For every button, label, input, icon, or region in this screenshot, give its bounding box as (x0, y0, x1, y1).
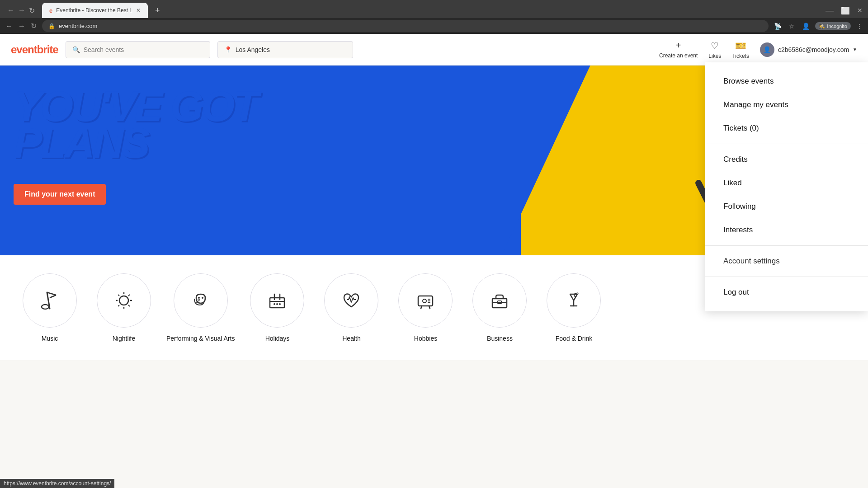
category-hobbies[interactable]: Hobbies (394, 273, 457, 342)
svg-point-37 (274, 303, 275, 305)
search-icon: 🔍 (72, 46, 80, 53)
tab-close-btn[interactable]: ✕ (136, 7, 141, 14)
dropdown-divider-3 (705, 277, 868, 277)
find-event-btn[interactable]: Find your next event (14, 184, 106, 205)
category-nightlife[interactable]: Nightlife (92, 273, 156, 342)
category-holidays-label: Holidays (265, 335, 290, 342)
user-avatar: 👤 (760, 42, 774, 57)
dropdown-liked[interactable]: Liked (705, 171, 868, 195)
lock-icon: 🔒 (48, 23, 55, 29)
svg-line-27 (118, 295, 119, 296)
svg-point-43 (423, 299, 426, 303)
url-text: eventbrite.com (59, 23, 97, 29)
svg-point-22 (119, 296, 128, 305)
likes-icon: ♡ (711, 40, 719, 51)
dropdown-interests[interactable]: Interests (705, 218, 868, 242)
browser-back-btn[interactable]: ← (5, 5, 16, 16)
nav-refresh-btn[interactable]: ↻ (29, 20, 38, 32)
dropdown-logout[interactable]: Log out (705, 281, 868, 304)
dropdown-divider-1 (705, 144, 868, 144)
profile-btn[interactable]: 👤 (800, 21, 811, 32)
category-health[interactable]: Health (320, 273, 383, 342)
user-menu-chevron: ▼ (853, 47, 857, 52)
tickets-icon: 🎫 (735, 40, 746, 51)
category-music[interactable]: Music (18, 273, 81, 342)
create-icon: + (676, 40, 681, 51)
incognito-label: Incognito (827, 23, 847, 29)
tab-title: Eventbrite - Discover the Best L (56, 7, 132, 14)
browser-refresh-btn[interactable]: ↻ (27, 5, 37, 17)
dropdown-account-settings[interactable]: Account settings (705, 249, 868, 273)
maximize-btn[interactable]: ⬜ (839, 5, 852, 17)
dropdown-tickets[interactable]: Tickets (0) (705, 117, 868, 140)
eb-header: eventbrite 🔍 📍 Los Angeles + Create an e… (0, 34, 868, 66)
new-tab-btn[interactable]: + (151, 4, 164, 17)
nav-back-btn[interactable]: ← (4, 20, 14, 32)
incognito-icon: 🕵️ (819, 23, 825, 29)
minimize-btn[interactable]: — (824, 4, 835, 17)
category-performing-arts-icon-circle (174, 273, 228, 328)
category-music-icon-circle (23, 273, 77, 328)
svg-rect-33 (270, 298, 284, 308)
svg-point-52 (574, 294, 577, 296)
category-food-drink-label: Food & Drink (556, 335, 593, 342)
category-health-label: Health (342, 335, 360, 342)
category-food-drink-icon-circle (547, 273, 601, 328)
cast-btn[interactable]: 📡 (772, 21, 783, 32)
address-bar[interactable]: 🔒 eventbrite.com (42, 20, 769, 32)
nav-forward-btn[interactable]: → (16, 20, 27, 32)
search-input[interactable] (84, 46, 203, 53)
category-health-icon-circle (324, 273, 378, 328)
likes-action[interactable]: ♡ Likes (708, 40, 721, 59)
logo-text: eventbrite (11, 43, 58, 56)
tab-favicon: e (49, 7, 52, 14)
category-nightlife-icon-circle (97, 273, 151, 328)
dropdown-following[interactable]: Following (705, 195, 868, 218)
menu-btn[interactable]: ⋮ (854, 21, 864, 32)
bookmark-btn[interactable]: ☆ (787, 21, 797, 32)
svg-line-29 (128, 295, 130, 296)
address-bar-row: ← → ↻ 🔒 eventbrite.com 📡 ☆ 👤 🕵️ Incognit… (0, 18, 868, 34)
svg-line-28 (128, 305, 130, 306)
incognito-badge: 🕵️ Incognito (815, 22, 851, 30)
hero-text-block: YOU'VE GOT PLANS Find your next event (14, 88, 256, 205)
svg-point-31 (198, 297, 200, 299)
location-icon: 📍 (224, 46, 232, 53)
create-event-action[interactable]: + Create an event (659, 40, 698, 59)
eb-logo[interactable]: eventbrite (11, 43, 58, 56)
category-holidays[interactable]: Holidays (245, 273, 309, 342)
category-performing-arts-label: Performing & Visual Arts (166, 335, 235, 342)
category-nightlife-label: Nightlife (113, 335, 136, 342)
category-holidays-icon-circle (250, 273, 304, 328)
svg-point-19 (42, 305, 49, 309)
header-actions: + Create an event ♡ Likes 🎫 Tickets 👤 c2… (659, 40, 857, 59)
search-bar[interactable]: 🔍 (66, 41, 210, 58)
dropdown-manage-events[interactable]: Manage my events (705, 93, 868, 117)
user-email: c2b6586c@moodjoy.com (778, 46, 849, 53)
svg-point-32 (202, 297, 203, 299)
close-btn[interactable]: ✕ (855, 5, 864, 16)
category-performing-arts[interactable]: Performing & Visual Arts (166, 273, 235, 342)
category-hobbies-icon-circle (398, 273, 453, 328)
browser-tab-bar: ← → ↻ e Eventbrite - Discover the Best L… (0, 0, 868, 18)
dropdown-divider-2 (705, 245, 868, 246)
browser-forward-btn[interactable]: → (16, 5, 27, 16)
dropdown-credits[interactable]: Credits (705, 148, 868, 171)
svg-line-30 (118, 305, 119, 306)
browser-tab[interactable]: e Eventbrite - Discover the Best L ✕ (42, 3, 148, 18)
category-music-label: Music (42, 335, 58, 342)
category-business-label: Business (487, 335, 513, 342)
svg-line-20 (47, 292, 56, 295)
create-label: Create an event (659, 52, 698, 59)
tickets-action[interactable]: 🎫 Tickets (732, 40, 749, 59)
location-bar[interactable]: 📍 Los Angeles (217, 41, 353, 58)
user-menu-trigger[interactable]: 👤 c2b6586c@moodjoy.com ▼ (760, 42, 857, 57)
svg-point-38 (276, 303, 278, 305)
svg-point-39 (279, 303, 281, 305)
category-business-icon-circle (472, 273, 527, 328)
category-business[interactable]: Business (468, 273, 531, 342)
tickets-label: Tickets (732, 53, 749, 59)
location-text: Los Angeles (236, 46, 270, 53)
dropdown-browse-events[interactable]: Browse events (705, 70, 868, 93)
category-food-drink[interactable]: Food & Drink (542, 273, 605, 342)
